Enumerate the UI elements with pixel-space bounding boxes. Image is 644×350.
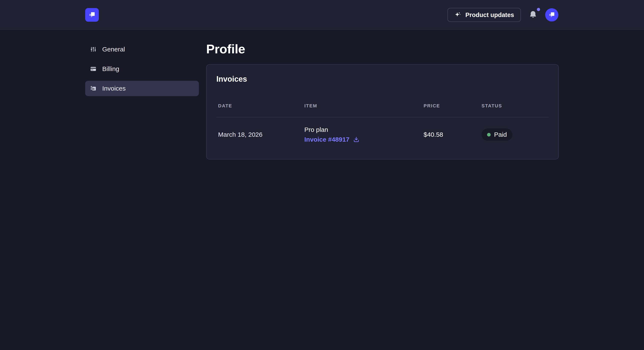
invoices-table-header: DATE ITEM PRICE STATUS: [216, 103, 548, 109]
column-header-price: PRICE: [422, 103, 480, 109]
sidebar-item-label: General: [102, 46, 125, 53]
status-badge: Paid: [482, 128, 512, 141]
status-badge-label: Paid: [494, 131, 507, 138]
topbar-actions: Product updates: [448, 0, 558, 30]
sidebar-item-label: Invoices: [102, 85, 126, 92]
user-avatar[interactable]: [545, 8, 558, 21]
paid-status-dot-icon: [487, 133, 491, 137]
product-updates-label: Product updates: [465, 11, 514, 18]
invoice-date: March 18, 2026: [216, 131, 302, 138]
column-header-item: ITEM: [302, 103, 422, 109]
invoice-price: $40.58: [422, 131, 480, 138]
sidebar-item-billing[interactable]: Billing: [85, 61, 199, 77]
app-root: Product updates: [0, 0, 644, 350]
invoice-icon: [90, 85, 97, 92]
bell-icon: [528, 10, 538, 20]
invoice-download-link[interactable]: Invoice #48917: [304, 135, 422, 144]
invoice-item-cell: Pro plan Invoice #48917: [302, 126, 422, 144]
column-header-date: DATE: [216, 103, 302, 109]
main-content: Profile Invoices DATE ITEM PRICE STATUS …: [206, 30, 559, 160]
invoice-item-name: Pro plan: [304, 126, 422, 134]
avatar-strapi-mark-icon: [548, 11, 556, 19]
topbar: Product updates: [0, 0, 644, 30]
settings-sliders-icon: [90, 46, 97, 53]
invoice-row: March 18, 2026 Pro plan Invoice #48917: [216, 117, 548, 144]
download-icon: [353, 136, 360, 143]
invoices-card: Invoices DATE ITEM PRICE STATUS March 18…: [206, 64, 559, 160]
sidebar-item-general[interactable]: General: [85, 42, 199, 57]
invoice-link-label: Invoice #48917: [304, 135, 350, 144]
column-header-status: STATUS: [480, 103, 548, 109]
strapi-logo-icon: [88, 10, 96, 19]
invoice-status-cell: Paid: [480, 128, 548, 141]
page-title: Profile: [206, 41, 559, 57]
notifications-button[interactable]: [528, 10, 538, 20]
app-logo[interactable]: [85, 8, 99, 22]
invoices-table: DATE ITEM PRICE STATUS March 18, 2026 Pr…: [216, 103, 548, 144]
credit-card-icon: [90, 65, 97, 72]
product-updates-button[interactable]: Product updates: [448, 8, 521, 22]
invoices-card-title: Invoices: [216, 74, 548, 84]
sparkle-icon: [454, 11, 462, 18]
sidebar-item-invoices[interactable]: Invoices: [85, 81, 199, 96]
sidebar-item-label: Billing: [102, 65, 119, 72]
settings-sidebar: General Billing: [85, 42, 199, 100]
notification-dot: [537, 8, 540, 11]
